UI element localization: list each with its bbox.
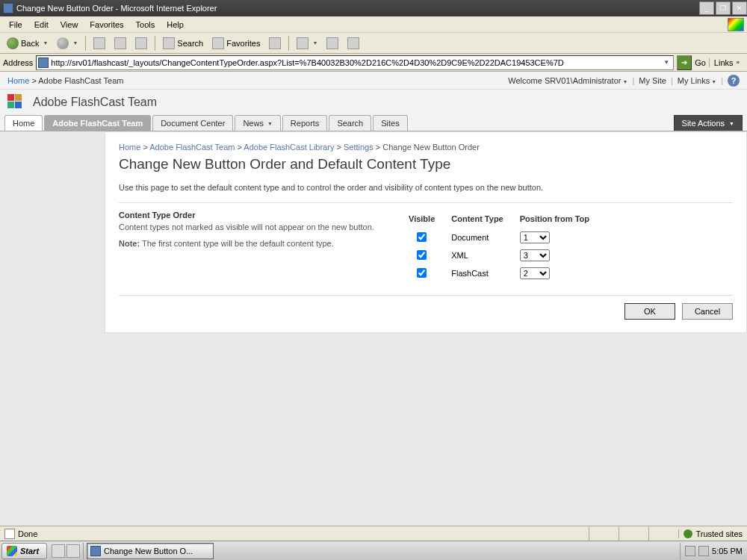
tab-flashcast-team[interactable]: Adobe FlashCast Team	[44, 115, 151, 131]
home-button[interactable]	[131, 35, 151, 52]
tab-sites[interactable]: Sites	[373, 115, 407, 131]
sharepoint-global-nav: Home > Adobe FlashCast Team Welcome SRV0…	[0, 72, 747, 90]
menu-help[interactable]: Help	[161, 19, 190, 31]
ie-throbber-icon	[728, 18, 744, 31]
links-label: Links	[714, 58, 734, 67]
url-dropdown-icon[interactable]: ▼	[661, 59, 672, 66]
content-breadcrumb: Home > Adobe FlashCast Team > Adobe Flas…	[119, 140, 733, 155]
mail-button[interactable]: ▼	[293, 35, 321, 52]
welcome-menu[interactable]: Welcome SRV01\Administrator▼	[508, 76, 627, 85]
tab-reports[interactable]: Reports	[282, 115, 328, 131]
menu-bar: File Edit View Favorites Tools Help	[0, 16, 747, 33]
menu-favorites[interactable]: Favorites	[84, 19, 129, 31]
tab-news[interactable]: News▼	[235, 115, 280, 131]
navigation-toolbar: Back▼ ▼ Search Favorites ▼	[0, 33, 747, 54]
security-zone-label: Trusted sites	[695, 529, 743, 538]
separator	[288, 36, 289, 51]
print-button[interactable]	[323, 35, 342, 52]
go-button[interactable]: ➔	[677, 55, 692, 70]
menu-edit[interactable]: Edit	[28, 19, 55, 31]
page-description: Use this page to set the default content…	[119, 178, 733, 202]
position-select[interactable]: 123	[520, 231, 550, 243]
mysite-link[interactable]: My Site	[639, 76, 666, 85]
shield-icon	[684, 529, 692, 538]
site-actions-menu[interactable]: Site Actions▼	[674, 115, 743, 131]
main-area: Home > Adobe FlashCast Team > Adobe Flas…	[0, 131, 747, 544]
url-input[interactable]	[51, 58, 661, 67]
table-row: Document123	[404, 229, 600, 246]
favorites-button[interactable]: Favorites	[208, 35, 264, 52]
section-title: Content Type Order	[119, 211, 388, 220]
security-zone[interactable]: Trusted sites	[678, 529, 743, 538]
site-logo-icon	[7, 94, 27, 111]
visible-checkbox[interactable]	[417, 268, 427, 278]
browser-status-bar: Done Trusted sites	[0, 526, 747, 541]
quick-launch-item[interactable]	[52, 544, 65, 558]
separator	[85, 36, 86, 51]
bc-library[interactable]: Adobe FlashCast Library	[244, 143, 334, 152]
global-home-link[interactable]: Home	[7, 76, 29, 85]
menu-tools[interactable]: Tools	[130, 19, 161, 31]
bc-team[interactable]: Adobe FlashCast Team	[149, 143, 235, 152]
top-nav-tabs: Home Adobe FlashCast Team Document Cente…	[0, 115, 747, 131]
quick-launch-item[interactable]	[66, 544, 80, 558]
help-icon[interactable]: ?	[728, 75, 740, 87]
links-toolbar[interactable]: Links»	[709, 58, 744, 67]
search-label: Search	[177, 39, 203, 48]
cancel-button[interactable]: Cancel	[682, 303, 733, 320]
tab-home[interactable]: Home	[4, 115, 43, 131]
windows-taskbar: Start Change New Button O... 5:05 PM	[0, 541, 747, 560]
bc-settings[interactable]: Settings	[344, 143, 374, 152]
tab-search[interactable]: Search	[329, 115, 371, 131]
status-pane	[619, 527, 648, 541]
chevron-down-icon[interactable]: ▼	[72, 40, 78, 46]
back-button[interactable]: Back▼	[3, 35, 52, 52]
visible-checkbox[interactable]	[417, 232, 427, 242]
edit-button[interactable]	[344, 35, 363, 52]
content-type-table: Visible Content Type Position from Top D…	[403, 211, 601, 283]
section-description: Content types not marked as visible will…	[119, 223, 388, 231]
col-position: Position from Top	[515, 212, 600, 228]
forward-button[interactable]: ▼	[53, 35, 81, 52]
tab-document-center[interactable]: Document Center	[152, 115, 233, 131]
maximize-button[interactable]: ❐	[716, 1, 731, 15]
search-button[interactable]: Search	[159, 35, 207, 52]
menu-view[interactable]: View	[55, 19, 84, 31]
ok-button[interactable]: OK	[624, 303, 675, 320]
content-type-name: FlashCast	[447, 265, 513, 281]
address-bar: Address ▼ ➔ Go Links»	[0, 54, 747, 72]
system-tray: 5:05 PM	[680, 543, 747, 559]
clock: 5:05 PM	[712, 547, 743, 556]
col-visible: Visible	[404, 212, 445, 228]
site-title: Adobe FlashCast Team	[33, 96, 157, 109]
page-heading: Change New Button Order and Default Cont…	[119, 155, 733, 178]
position-select[interactable]: 123	[520, 249, 550, 261]
mylinks-menu[interactable]: My Links▼	[678, 76, 716, 85]
content-type-name: Document	[447, 229, 513, 246]
global-crumb: Adobe FlashCast Team	[38, 76, 123, 85]
col-content-type: Content Type	[447, 212, 513, 228]
content-type-name: XML	[447, 247, 513, 264]
url-box[interactable]: ▼	[36, 55, 674, 70]
ie-icon	[3, 3, 13, 13]
stop-button[interactable]	[90, 35, 109, 52]
tray-icon[interactable]	[698, 546, 709, 556]
close-button[interactable]: ✕	[732, 1, 747, 15]
chevron-down-icon[interactable]: ▼	[43, 40, 48, 46]
minimize-button[interactable]: _	[699, 1, 714, 15]
section-note: Note: The first content type will be the…	[119, 239, 388, 248]
position-select[interactable]: 123	[520, 267, 550, 279]
content-type-order-section: Content Type Order Content types not mar…	[119, 202, 733, 283]
visible-checkbox[interactable]	[417, 250, 427, 260]
bc-home[interactable]: Home	[119, 143, 140, 152]
menu-file[interactable]: File	[3, 19, 28, 31]
address-label: Address	[3, 58, 33, 67]
bc-current: Change New Button Order	[382, 143, 480, 152]
tray-icon[interactable]	[685, 546, 695, 556]
status-pane	[589, 527, 619, 541]
refresh-button[interactable]	[111, 35, 130, 52]
taskbar-task-ie[interactable]: Change New Button O...	[87, 543, 214, 559]
start-button[interactable]: Start	[1, 543, 47, 559]
history-button[interactable]	[265, 35, 285, 52]
page-icon	[4, 529, 15, 539]
